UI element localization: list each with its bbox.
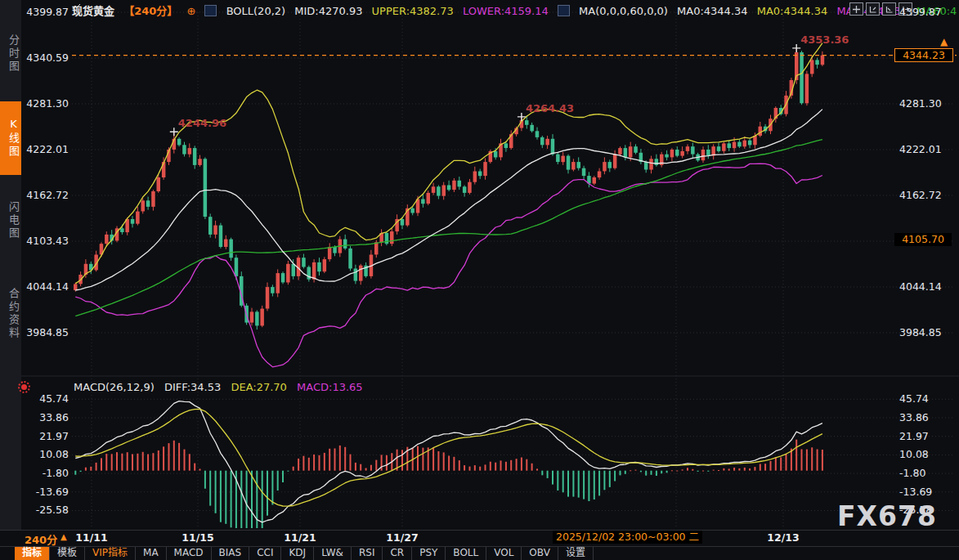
price-up-arrow-icon: ▲ — [940, 36, 948, 47]
current-price-badge: 4344.23 — [894, 48, 953, 62]
tab-kdj[interactable]: KDJ — [281, 547, 314, 560]
tab-rsi[interactable]: RSI — [352, 547, 383, 560]
macd-axis-label: 21.97 — [899, 430, 943, 442]
boll-upper-value: UPPER:4382.73 — [372, 5, 454, 17]
tab-ma[interactable]: MA — [136, 547, 167, 560]
price-axis-label: 4281.30 — [25, 97, 69, 110]
tab-cci[interactable]: CCI — [249, 547, 281, 560]
price-axis-label: 4222.01 — [899, 143, 943, 155]
axis-zoom-out-icon[interactable] — [882, 2, 896, 16]
macd-axis-label: 10.08 — [25, 448, 69, 460]
swing-high-annotation: 4264.43 — [526, 102, 574, 114]
date-tick: 11/21 — [281, 531, 319, 544]
macd-axis-label: 10.08 — [899, 448, 943, 460]
tab-templates[interactable]: 模板 — [50, 547, 85, 560]
price-chart-canvas[interactable] — [0, 0, 959, 560]
price-axis-label: 4340.59 — [25, 52, 69, 64]
date-tick: 12/13 — [764, 531, 802, 544]
price-axis-label: 4162.72 — [25, 189, 69, 201]
sidebar-item-contract-info[interactable]: 合约资料 — [0, 268, 21, 360]
macd-axis-label: -25.58 — [25, 504, 69, 516]
timeframe-label[interactable]: 240分 — [25, 531, 57, 547]
date-tick: 11/11 — [73, 531, 110, 544]
swing-high-annotation: 4353.36 — [800, 34, 849, 46]
macd-axis-label: -13.69 — [25, 486, 69, 498]
crosshair-tool-icon[interactable] — [849, 2, 863, 16]
live-indicator-icon[interactable] — [21, 384, 27, 390]
indicator-chart-icon[interactable] — [558, 5, 570, 16]
ma0-value-2: MA0:4344.34 — [757, 5, 828, 17]
boll-mid-value: MID:4270.93 — [294, 5, 362, 17]
tab-indicators[interactable]: 指标 — [15, 547, 50, 560]
macd-axis-label: 33.86 — [899, 411, 943, 423]
tab-cr[interactable]: CR — [383, 547, 412, 560]
sidebar-item-timeline-chart[interactable]: 分时图 — [0, 20, 21, 88]
axis-zoom-in-icon[interactable] — [866, 2, 880, 16]
swing-high-annotation: 4244.96 — [178, 117, 226, 129]
indicator-tabbar: 指标 模板 VIP指标 MA MACD BIAS CCI KDJ LW& RSI… — [0, 546, 959, 560]
price-axis-label: 4281.30 — [899, 97, 943, 110]
tab-vip-indicators[interactable]: VIP指标 — [85, 547, 136, 560]
tab-obv[interactable]: OBV — [522, 547, 558, 560]
crosshair-time-tooltip: 2025/12/02 23:00~03:00 二 — [553, 531, 702, 544]
fx678-watermark: FX678 — [837, 500, 937, 532]
tab-settings[interactable]: 设置 — [558, 547, 594, 560]
tab-bias[interactable]: BIAS — [212, 547, 250, 560]
macd-title: MACD(26,12,9) — [74, 381, 155, 393]
macd-axis-label: 45.74 — [899, 392, 943, 405]
macd-axis-label: -13.69 — [899, 486, 943, 498]
price-axis-label: 4044.14 — [25, 280, 69, 293]
circle-plus-icon[interactable]: ⊕ — [186, 5, 195, 17]
price-axis-label: 4222.01 — [25, 143, 69, 155]
period-badge[interactable]: 【240分】 — [123, 5, 177, 17]
price-axis-label: 4044.14 — [899, 280, 943, 293]
macd-axis-label: -1.80 — [25, 467, 69, 479]
indicator-chart-icon[interactable] — [204, 5, 217, 16]
macd-axis-label: -1.80 — [899, 467, 943, 479]
sidebar-item-kline-chart[interactable]: K线图 — [0, 101, 21, 175]
tab-macd[interactable]: MACD — [167, 547, 212, 560]
tab-boll[interactable]: BOLL — [446, 547, 486, 560]
macd-diff-value: DIFF:34.53 — [164, 381, 221, 393]
ma0-value-1: MA0:4344.34 — [677, 5, 748, 17]
boll-lower-value: LOWER:4159.14 — [463, 5, 549, 17]
date-tick: 11/27 — [383, 531, 421, 544]
price-axis-label: 4399.87 — [899, 6, 943, 18]
price-axis-label: 3984.85 — [899, 326, 943, 338]
sidebar: 分时图 K线图 闪电图 合约资料 — [0, 0, 21, 530]
trading-app: 分时图 K线图 闪电图 合约资料 现货黄金 【240分】 ⊕ BOLL(20,2… — [0, 0, 959, 560]
price-axis-label: 4399.87 — [25, 6, 69, 18]
timeframe-dropdown-icon[interactable]: ▲ — [60, 532, 67, 541]
tab-lwr[interactable]: LW& — [314, 547, 352, 560]
tab-psy[interactable]: PSY — [412, 547, 446, 560]
boll-label: BOLL(20,2) — [226, 5, 286, 17]
macd-header: MACD(26,12,9) DIFF:34.53 DEA:27.70 MACD:… — [74, 381, 370, 393]
time-axis-strip — [0, 530, 959, 546]
price-axis-label: 4162.72 — [899, 189, 943, 201]
macd-dea-value: DEA:27.70 — [231, 381, 287, 393]
indicator-header: 现货黄金 【240分】 ⊕ BOLL(20,2) MID:4270.93 UPP… — [72, 2, 959, 16]
secondary-price-badge: 4105.70 — [894, 233, 952, 246]
sidebar-item-lightning-chart[interactable]: 闪电图 — [0, 186, 21, 255]
macd-axis-label: 21.97 — [25, 430, 69, 442]
ma-label: MA(0,0,0,60,0,0) — [579, 5, 668, 17]
macd-value: MACD:13.65 — [297, 381, 363, 393]
macd-axis-label: 33.86 — [25, 411, 69, 423]
price-axis-label: 3984.85 — [25, 326, 69, 338]
price-axis-label: 4103.43 — [25, 235, 69, 247]
tab-vol[interactable]: VOL — [486, 547, 522, 560]
macd-axis-label: 45.74 — [25, 392, 69, 405]
date-tick: 11/15 — [179, 531, 217, 544]
